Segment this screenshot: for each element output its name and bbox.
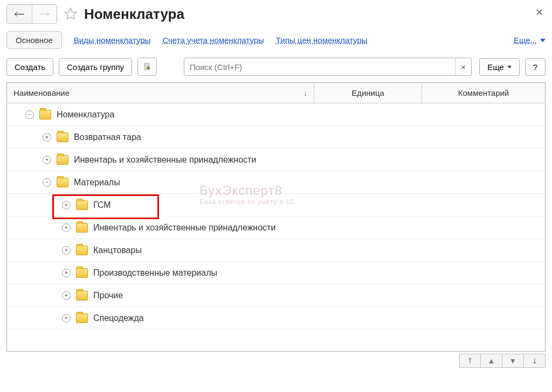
titlebar: 🡐 🡒 Номенклатура: [6, 4, 546, 24]
nav-first-button[interactable]: ⤒: [459, 354, 481, 368]
tab-more[interactable]: Еще...: [514, 36, 546, 45]
col-name[interactable]: Наименование↓: [7, 83, 314, 103]
folder-icon: [76, 291, 88, 300]
close-icon[interactable]: ✕: [535, 6, 543, 18]
tab-kinds[interactable]: Виды номенклатуры: [74, 36, 151, 45]
expand-icon[interactable]: +: [62, 269, 71, 277]
tree-label: Прочие: [93, 291, 123, 300]
tree-row[interactable]: + Инвентарь и хозяйственные принадлежнос…: [7, 216, 545, 239]
folder-icon: [57, 155, 68, 165]
search-field: ×: [184, 58, 472, 76]
collapse-icon[interactable]: −: [43, 178, 51, 187]
tree-label: ГСМ: [93, 200, 111, 210]
tree-label: Материалы: [74, 178, 120, 187]
tab-accounts[interactable]: Счета учета номенклатуры: [162, 36, 264, 45]
forward-button[interactable]: 🡒: [32, 5, 57, 23]
nav-up-button[interactable]: ▲: [481, 354, 502, 368]
folder-icon: [76, 223, 88, 233]
chevron-down-icon: [540, 39, 546, 42]
attach-button[interactable]: [137, 58, 157, 76]
back-button[interactable]: 🡐: [7, 5, 32, 23]
create-button[interactable]: Создать: [6, 58, 53, 76]
folder-icon: [76, 246, 88, 255]
tree-label: Номенклатура: [57, 110, 114, 120]
tree-row[interactable]: + Инвентарь и хозяйственные принадлежнос…: [7, 149, 545, 171]
folder-icon: [76, 200, 88, 210]
tab-price-types[interactable]: Типы цен номенклатуры: [276, 36, 368, 45]
tree-label: Инвентарь и хозяйственные принадлежности: [74, 155, 256, 165]
footer-nav: ⤒ ▲ ▼ ⤓: [6, 354, 546, 368]
folder-icon: [57, 178, 68, 187]
chevron-down-icon: [507, 66, 512, 68]
svg-marker-0: [65, 8, 77, 19]
svg-point-2: [147, 66, 150, 69]
tree-row[interactable]: + Спецодежда: [7, 307, 545, 330]
tree-label: Производственные материалы: [93, 268, 217, 278]
create-group-button[interactable]: Создать группу: [59, 58, 132, 76]
tree-row[interactable]: + Канцтовары: [7, 239, 545, 262]
nav-last-button[interactable]: ⤓: [524, 354, 546, 368]
tabs: Основное Виды номенклатуры Счета учета н…: [6, 31, 546, 49]
more-button[interactable]: Еще: [479, 58, 520, 76]
expand-icon[interactable]: +: [62, 223, 71, 232]
tree-header: Наименование↓ Единица Комментарий: [7, 83, 545, 103]
tree-label: Спецодежда: [93, 313, 144, 323]
toolbar: Создать Создать группу × Еще ?: [6, 58, 546, 76]
tree-row[interactable]: + Прочие: [7, 284, 545, 307]
expand-icon[interactable]: +: [43, 133, 51, 142]
col-unit[interactable]: Единица: [314, 83, 422, 103]
search-input[interactable]: [184, 58, 455, 75]
tree-label: Канцтовары: [93, 246, 142, 255]
tree-row[interactable]: + Производственные материалы: [7, 262, 545, 284]
nav-buttons: 🡐 🡒: [6, 4, 57, 24]
sort-indicator-icon: ↓: [303, 89, 307, 97]
tree-body: − Номенклатура + Возвратная тара + Инвен…: [7, 103, 545, 351]
search-clear-button[interactable]: ×: [455, 58, 471, 75]
tree-row-materials[interactable]: − Материалы: [7, 171, 545, 194]
help-button[interactable]: ?: [525, 58, 546, 76]
folder-icon: [76, 313, 88, 323]
tree-row[interactable]: + Возвратная тара: [7, 126, 545, 149]
tab-main[interactable]: Основное: [6, 31, 62, 49]
favorite-star-icon[interactable]: [63, 6, 79, 22]
folder-icon: [76, 268, 88, 278]
folder-icon: [57, 132, 68, 142]
page-title: Номенклатура: [84, 6, 184, 23]
tree-label: Возвратная тара: [74, 132, 141, 142]
expand-icon[interactable]: +: [62, 201, 71, 209]
nav-down-button[interactable]: ▼: [502, 354, 524, 368]
collapse-icon[interactable]: −: [25, 110, 34, 119]
tree-grid: Наименование↓ Единица Комментарий − Номе…: [6, 82, 546, 352]
tree-row-gsm[interactable]: + ГСМ: [7, 194, 545, 216]
expand-icon[interactable]: +: [62, 314, 71, 323]
expand-icon[interactable]: +: [62, 246, 71, 255]
col-comment[interactable]: Комментарий: [422, 83, 545, 103]
expand-icon[interactable]: +: [62, 291, 71, 300]
tree-row-root[interactable]: − Номенклатура: [7, 103, 545, 126]
folder-icon: [39, 110, 51, 120]
expand-icon[interactable]: +: [43, 156, 51, 164]
tree-label: Инвентарь и хозяйственные принадлежности: [93, 223, 275, 233]
